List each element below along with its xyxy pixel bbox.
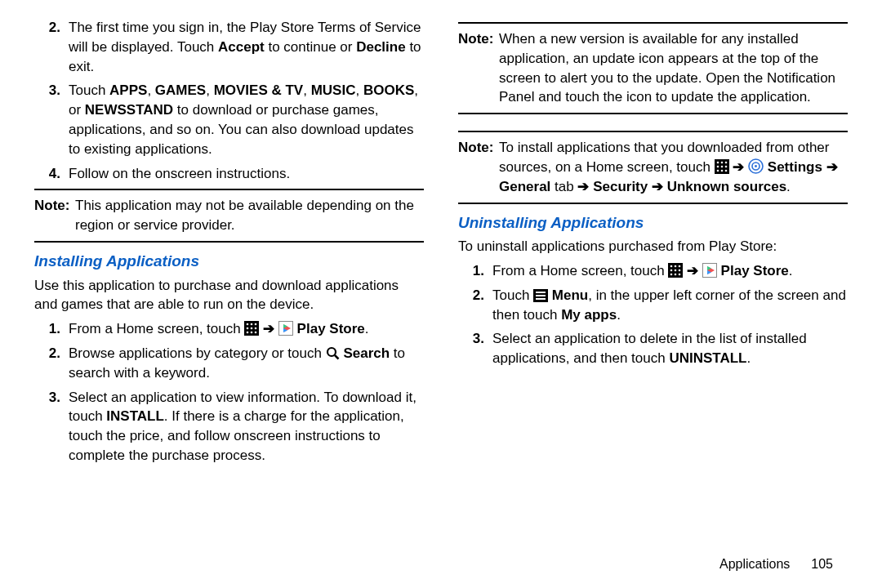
list-number: 4. bbox=[34, 164, 69, 184]
text: , bbox=[303, 82, 310, 98]
footer-page-number: 105 bbox=[811, 557, 833, 571]
list-item: 3. Select an application to view informa… bbox=[34, 388, 424, 466]
text: . bbox=[365, 321, 369, 336]
svg-rect-45 bbox=[536, 295, 546, 296]
svg-rect-44 bbox=[536, 292, 546, 293]
bold-text: Decline bbox=[356, 39, 405, 55]
list-number: 1. bbox=[458, 261, 492, 281]
text: Touch bbox=[492, 287, 533, 303]
bold-text: Search bbox=[343, 345, 390, 361]
list-number: 2. bbox=[458, 286, 492, 325]
svg-point-31 bbox=[675, 265, 677, 268]
text: Select an application to delete in the l… bbox=[492, 331, 807, 366]
text: , bbox=[206, 82, 213, 98]
note-label: Note: bbox=[34, 196, 75, 235]
bold-text: Play Store bbox=[721, 263, 789, 278]
list-item: 2. Browse applications by category or to… bbox=[34, 344, 424, 383]
svg-point-38 bbox=[679, 274, 681, 276]
left-column: 2. The first time you sign in, the Play … bbox=[34, 16, 424, 555]
bold-text: General bbox=[499, 179, 550, 194]
svg-point-34 bbox=[675, 270, 677, 272]
text: tab bbox=[550, 179, 577, 194]
svg-line-15 bbox=[335, 355, 339, 359]
svg-point-18 bbox=[720, 162, 723, 164]
text: , bbox=[355, 82, 363, 98]
arrow-icon: ➔ bbox=[259, 321, 278, 336]
svg-point-3 bbox=[255, 323, 257, 326]
list-item: 3. Touch APPS, GAMES, MOVIES & TV, MUSIC… bbox=[34, 81, 424, 158]
list-text: Select an application to view informatio… bbox=[69, 388, 424, 466]
note-label: Note: bbox=[458, 29, 499, 107]
svg-point-22 bbox=[724, 166, 727, 168]
settings-gear-icon bbox=[748, 158, 764, 174]
note-text: When a new version is available for any … bbox=[499, 29, 848, 107]
svg-point-30 bbox=[670, 265, 673, 268]
bold-text: Security bbox=[593, 179, 648, 194]
bold-text: Unknown sources bbox=[667, 179, 786, 194]
list-number: 3. bbox=[34, 81, 69, 158]
text: From a Home screen, touch bbox=[69, 321, 244, 336]
text: . bbox=[786, 179, 791, 194]
bold-text: Accept bbox=[218, 39, 265, 55]
bold-text: MOVIES & TV bbox=[214, 82, 304, 98]
svg-point-20 bbox=[716, 166, 719, 168]
menu-icon bbox=[533, 289, 548, 302]
svg-point-37 bbox=[675, 274, 677, 276]
list-number: 2. bbox=[34, 18, 69, 76]
svg-point-33 bbox=[670, 270, 673, 272]
list-item: 1. From a Home screen, touch ➔ Play Stor… bbox=[34, 319, 424, 339]
horizontal-rule bbox=[34, 189, 424, 190]
svg-point-4 bbox=[247, 327, 249, 330]
bold-text: UNINSTALL bbox=[669, 350, 746, 366]
text: . bbox=[747, 350, 751, 366]
numbered-list: 1. From a Home screen, touch ➔ Play Stor… bbox=[458, 261, 848, 368]
list-text: From a Home screen, touch ➔ Play Store. bbox=[69, 319, 424, 339]
bold-text: Settings bbox=[768, 159, 822, 175]
svg-point-21 bbox=[720, 166, 723, 168]
svg-rect-46 bbox=[536, 298, 546, 300]
section-heading-installing: Installing Applications bbox=[34, 251, 424, 273]
svg-point-25 bbox=[724, 170, 727, 172]
svg-point-17 bbox=[716, 162, 719, 164]
svg-point-19 bbox=[724, 162, 727, 164]
bold-text: GAMES bbox=[155, 82, 206, 98]
bold-text: MUSIC bbox=[311, 82, 356, 98]
arrow-icon: ➔ bbox=[729, 159, 748, 175]
paragraph: Use this application to purchase and dow… bbox=[34, 276, 424, 315]
note-label: Note: bbox=[458, 138, 499, 196]
apps-grid-icon bbox=[668, 263, 683, 278]
arrow-icon: ➔ bbox=[683, 263, 702, 278]
text: to continue or bbox=[265, 39, 356, 55]
page: 2. The first time you sign in, the Play … bbox=[0, 0, 882, 555]
text: , bbox=[147, 82, 154, 98]
text: . bbox=[617, 307, 621, 323]
svg-point-24 bbox=[720, 170, 723, 172]
bold-text: NEWSSTAND bbox=[85, 102, 173, 118]
horizontal-rule bbox=[458, 203, 848, 204]
footer-section: Applications bbox=[719, 557, 790, 571]
bold-text: Menu bbox=[552, 287, 588, 303]
numbered-list: 1. From a Home screen, touch ➔ Play Stor… bbox=[34, 319, 424, 466]
note-text: To install applications that you downloa… bbox=[499, 138, 848, 196]
svg-point-1 bbox=[247, 323, 249, 326]
horizontal-rule bbox=[34, 241, 424, 243]
svg-point-28 bbox=[755, 165, 757, 167]
horizontal-rule bbox=[458, 131, 848, 132]
bold-text: BOOKS bbox=[363, 82, 414, 98]
right-column: Note: When a new version is available fo… bbox=[458, 16, 848, 555]
arrow-icon: ➔ bbox=[648, 179, 666, 194]
note-block: Note: This application may not be availa… bbox=[34, 196, 424, 235]
note-block: Note: To install applications that you d… bbox=[458, 138, 848, 196]
list-text: The first time you sign in, the Play Sto… bbox=[69, 18, 424, 76]
section-heading-uninstalling: Uninstalling Applications bbox=[458, 212, 848, 234]
svg-point-7 bbox=[247, 332, 249, 334]
arrow-icon: ➔ bbox=[822, 159, 838, 175]
horizontal-rule bbox=[458, 22, 848, 24]
list-text: From a Home screen, touch ➔ Play Store. bbox=[492, 261, 848, 281]
bold-text: INSTALL bbox=[106, 408, 164, 424]
paragraph: To uninstall applications purchased from… bbox=[458, 237, 848, 256]
list-item: 2. Touch Menu, in the upper left corner … bbox=[458, 286, 848, 325]
list-item: 1. From a Home screen, touch ➔ Play Stor… bbox=[458, 261, 848, 281]
svg-point-23 bbox=[716, 170, 719, 172]
text: Touch bbox=[69, 82, 109, 98]
